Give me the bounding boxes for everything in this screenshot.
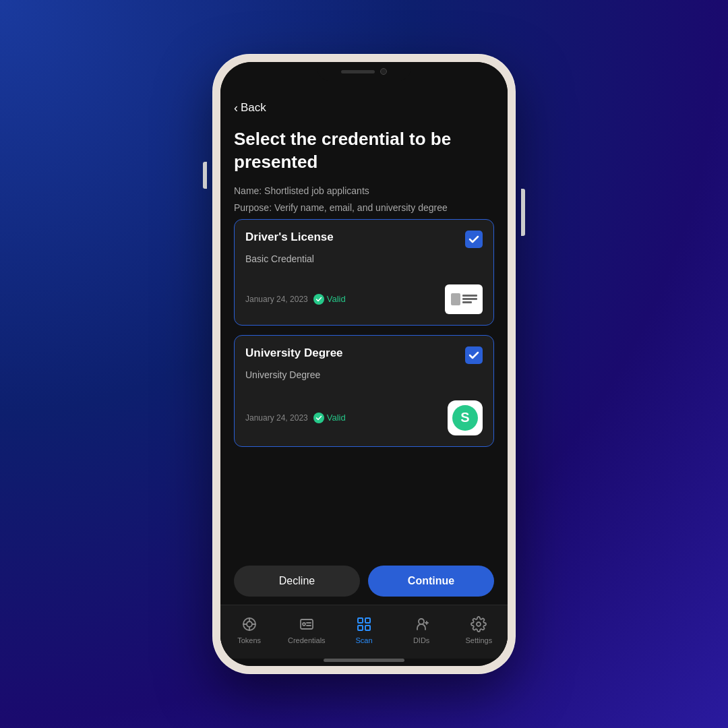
tokens-icon [240,615,259,634]
svg-rect-12 [358,626,363,630]
home-indicator [324,659,404,662]
credential-subtitle-1: Basic Credential [245,253,483,264]
valid-label-2: Valid [327,413,346,423]
credentials-label: Credentials [288,636,326,644]
valid-badge-2: Valid [313,413,346,423]
phone-screen: ‹ Back Select the credential to be prese… [220,62,508,666]
nav-item-dids[interactable]: DIDs [401,615,442,644]
tokens-label: Tokens [237,636,261,644]
valid-check-icon-2 [313,413,324,423]
valid-badge-1: Valid [313,294,346,305]
phone-notch [317,62,411,81]
name-meta: Name: Shortlisted job applicants [234,185,494,198]
svg-rect-10 [358,618,363,623]
credential-card-drivers-license[interactable]: Driver's License Basic Credential Januar… [234,219,494,326]
phone-frame: ‹ Back Select the credential to be prese… [212,54,516,674]
action-buttons: Decline Continue [220,555,508,605]
svg-point-17 [477,622,481,626]
status-bar [220,82,508,101]
valid-label-1: Valid [327,294,346,304]
valid-check-icon-1 [313,294,324,305]
svg-rect-13 [365,626,370,630]
svg-point-1 [247,621,252,627]
s-logo-icon: S [452,405,478,431]
bottom-navigation: Tokens Credentials [220,605,508,659]
checkbox-university-degree[interactable] [465,346,483,364]
svg-point-7 [303,623,305,626]
speaker [341,70,375,73]
settings-icon [469,615,488,634]
credential-subtitle-2: University Degree [245,369,483,380]
svg-point-14 [419,619,424,624]
settings-label: Settings [465,636,492,644]
nav-item-scan[interactable]: Scan [344,615,384,644]
credential-icon-1 [445,284,483,314]
purpose-meta: Purpose: Verify name, email, and univers… [234,202,494,215]
svg-rect-11 [365,618,370,623]
nav-item-tokens[interactable]: Tokens [229,615,270,644]
credential-date-2: January 24, 2023 [245,413,308,423]
back-chevron-icon: ‹ [234,102,238,114]
checkbox-drivers-license[interactable] [465,231,483,248]
credentials-icon [297,615,316,634]
nav-item-credentials[interactable]: Credentials [286,615,327,644]
dids-label: DIDs [413,636,429,644]
credential-icon-2: S [448,400,483,435]
continue-button[interactable]: Continue [368,566,494,597]
credential-title-1: Driver's License [245,231,334,244]
page-title: Select the credential to be presented [234,128,494,174]
credential-title-2: University Degree [245,346,343,360]
back-label: Back [241,101,266,115]
nav-item-settings[interactable]: Settings [458,615,499,644]
scan-icon [355,615,373,634]
credential-date-1: January 24, 2023 [245,295,308,304]
credential-card-university-degree[interactable]: University Degree University Degree Janu… [234,335,494,447]
camera [380,68,387,75]
scan-label: Scan [355,636,372,644]
back-button[interactable]: ‹ Back [234,101,494,115]
decline-button[interactable]: Decline [234,566,360,597]
dids-icon [412,615,431,634]
